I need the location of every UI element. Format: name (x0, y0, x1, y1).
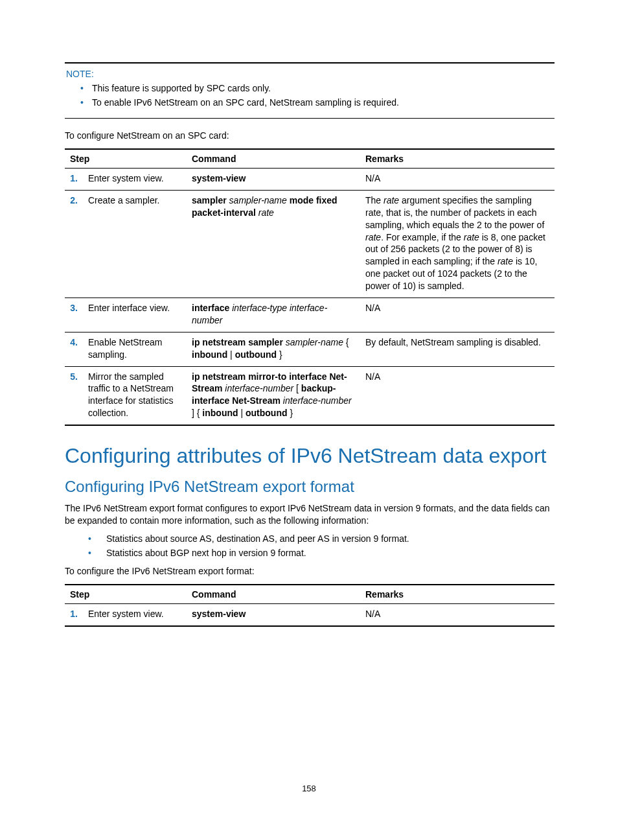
config-table-export: Step Command Remarks 1. Enter system vie… (65, 584, 555, 627)
step-number: 4. (65, 332, 83, 366)
table-row: 3. Enter interface view. interface inter… (65, 298, 555, 332)
command-cell: ip netstream mirror-to interface Net-Str… (187, 366, 360, 425)
list-item: Statistics about BGP next hop in version… (88, 548, 555, 558)
th-command: Command (187, 149, 360, 169)
intro-text: To configure the IPv6 NetStream export f… (65, 566, 555, 576)
note-item: This feature is supported by SPC cards o… (80, 83, 555, 93)
remarks-cell: N/A (360, 298, 555, 332)
th-remarks: Remarks (360, 149, 555, 169)
note-item: To enable IPv6 NetStream on an SPC card,… (80, 97, 555, 108)
step-desc: Enter interface view. (83, 298, 187, 332)
intro-text: To configure NetStream on an SPC card: (65, 130, 555, 141)
step-desc: Enter system view. (83, 169, 187, 191)
step-desc: Mirror the sampled traffic to a NetStrea… (83, 366, 187, 425)
body-paragraph: The IPv6 NetStream export format configu… (65, 502, 555, 527)
note-list: This feature is supported by SPC cards o… (65, 83, 555, 108)
config-table-spc: Step Command Remarks 1. Enter system vie… (65, 148, 555, 426)
page-number: 158 (0, 784, 618, 793)
remarks-cell: N/A (360, 366, 555, 425)
command-cell: interface interface-type interface-numbe… (187, 298, 360, 332)
table-row: 4. Enable NetStream sampling. ip netstre… (65, 332, 555, 366)
remarks-cell: The rate argument specifies the sampling… (360, 190, 555, 298)
command-cell: system-view (187, 603, 360, 625)
step-number: 3. (65, 298, 83, 332)
table-row: 2. Create a sampler. sampler sampler-nam… (65, 190, 555, 298)
table-row: 1. Enter system view. system-view N/A (65, 603, 555, 625)
note-box: NOTE: This feature is supported by SPC c… (65, 62, 555, 119)
th-step: Step (65, 149, 187, 169)
th-command: Command (187, 585, 360, 604)
th-step: Step (65, 585, 187, 604)
step-number: 1. (65, 169, 83, 191)
list-item: Statistics about source AS, destination … (88, 533, 555, 544)
step-number: 5. (65, 366, 83, 425)
command-cell: system-view (187, 169, 360, 191)
step-desc: Create a sampler. (83, 190, 187, 298)
section-heading: Configuring attributes of IPv6 NetStream… (65, 443, 555, 469)
subsection-heading: Configuring IPv6 NetStream export format (65, 478, 555, 496)
step-desc: Enable NetStream sampling. (83, 332, 187, 366)
remarks-cell: N/A (360, 603, 555, 625)
step-number: 1. (65, 603, 83, 625)
bullet-list: Statistics about source AS, destination … (65, 533, 555, 558)
remarks-cell: N/A (360, 169, 555, 191)
table-row: 1. Enter system view. system-view N/A (65, 169, 555, 191)
remarks-cell: By default, NetStream sampling is disabl… (360, 332, 555, 366)
note-label: NOTE: (66, 69, 555, 79)
step-desc: Enter system view. (83, 603, 187, 625)
command-cell: sampler sampler-name mode fixed packet-i… (187, 190, 360, 298)
step-number: 2. (65, 190, 83, 298)
th-remarks: Remarks (360, 585, 555, 604)
command-cell: ip netstream sampler sampler-name { inbo… (187, 332, 360, 366)
table-row: 5. Mirror the sampled traffic to a NetSt… (65, 366, 555, 425)
